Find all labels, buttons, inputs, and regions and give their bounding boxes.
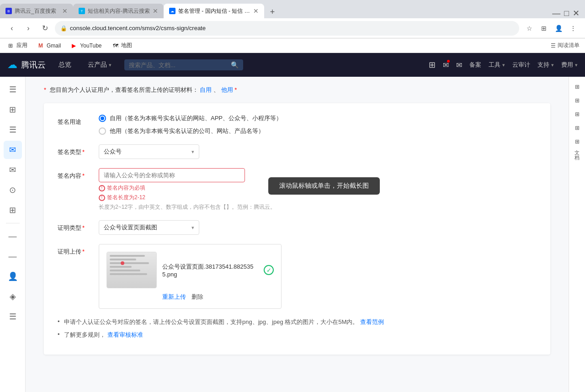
nav-products-chevron: ▾ bbox=[109, 62, 112, 68]
select-type[interactable]: 公众号 ▾ bbox=[99, 144, 199, 159]
sidebar-icon-grid[interactable]: ⊞ bbox=[4, 101, 22, 119]
notice-link-self[interactable]: 自用 bbox=[200, 86, 212, 93]
select-cert-chevron: ▾ bbox=[191, 225, 194, 231]
tab-cloud[interactable]: ☁ 签名管理 - 国内短信 - 短信 - 控制台 ✕ bbox=[164, 4, 264, 18]
error-required: ! 签名内容为必填 bbox=[99, 184, 537, 192]
forward-button[interactable]: › bbox=[22, 22, 35, 35]
refresh-button[interactable]: ↻ bbox=[38, 22, 51, 35]
bookmark-youtube[interactable]: ▶ YouTube bbox=[69, 42, 104, 50]
upload-delete-link[interactable]: 删除 bbox=[191, 293, 203, 301]
minimize-button[interactable]: — bbox=[552, 9, 560, 18]
upload-file-row: 公众号设置页面.38173541.8825355.png ✓ bbox=[106, 252, 274, 288]
upload-area: 公众号设置页面.38173541.8825355.png ✓ 重新上传 删除 bbox=[99, 244, 282, 309]
label-content: 签名内容 bbox=[58, 168, 99, 180]
notice-separator: 、 bbox=[213, 86, 219, 93]
notice-asterisk: * bbox=[44, 86, 46, 93]
bullet2-link[interactable]: 查看审核标准 bbox=[107, 331, 143, 338]
error-length: ! 签名长度为2-12 bbox=[99, 194, 537, 201]
error-icon-required: ! bbox=[99, 185, 105, 191]
sidebar-icon-minus1[interactable]: — bbox=[4, 227, 22, 245]
sidebar-icon-grid2[interactable]: ⊞ bbox=[4, 201, 22, 219]
sidebar-icon-user[interactable]: 👤 bbox=[4, 267, 22, 286]
thumbnail-lines bbox=[107, 252, 156, 288]
maximize-button[interactable]: □ bbox=[564, 9, 569, 18]
nav-support-chevron: ▾ bbox=[551, 62, 554, 68]
label-upload: 证明上传 bbox=[58, 244, 99, 256]
notice-text-before: 您目前为个人认证用户，查看签名所需上传的证明材料： bbox=[50, 86, 198, 93]
nav-tools[interactable]: 工具 ▾ bbox=[489, 61, 505, 69]
radio-self[interactable]: 自用（签名为本账号实名认证的网站、APP、公众号、小程序等） bbox=[99, 114, 537, 122]
nav-audit[interactable]: 云审计 bbox=[512, 61, 530, 69]
bookmark-maps[interactable]: 🗺 地图 bbox=[110, 41, 135, 50]
nav-icon-grid[interactable]: ⊞ bbox=[429, 60, 436, 70]
right-icon-4[interactable]: ⊞ bbox=[570, 122, 585, 134]
right-icon-6[interactable]: 文档 bbox=[570, 149, 585, 162]
error-icon-length: ! bbox=[99, 195, 105, 201]
bookmark-star-button[interactable]: ☆ bbox=[523, 22, 536, 35]
error-length-text: 签名长度为2-12 bbox=[107, 194, 145, 201]
right-icon-1[interactable]: ⊞ bbox=[570, 80, 585, 93]
nav-beian[interactable]: 备案 bbox=[469, 61, 481, 69]
nav-billing[interactable]: 费用 ▾ bbox=[561, 61, 578, 69]
reading-list-button[interactable]: ☰ 阅读清单 bbox=[551, 42, 580, 49]
address-bar[interactable]: 🔒 console.cloud.tencent.com/smsv2/csms-s… bbox=[55, 21, 519, 36]
sidebar-icon-mail2[interactable]: ✉ bbox=[4, 161, 22, 179]
sidebar-icon-layers[interactable]: ◈ bbox=[4, 287, 22, 306]
tab-close-baidu[interactable]: ✕ bbox=[62, 7, 68, 15]
nav-search-bar[interactable]: 🔍 bbox=[124, 59, 243, 70]
sidebar-icon-list[interactable]: ☰ bbox=[4, 121, 22, 139]
sidebar-icon-doc[interactable]: ☰ bbox=[4, 80, 22, 99]
nav-support[interactable]: 支持 ▾ bbox=[537, 61, 554, 69]
right-icon-2[interactable]: ⊞ bbox=[570, 94, 585, 107]
bookmark-apps[interactable]: ⊞ 应用 bbox=[5, 41, 30, 50]
label-cert-type: 证明类型 bbox=[58, 220, 99, 232]
bookmark-gmail-label: Gmail bbox=[47, 42, 61, 49]
upload-file-info: 公众号设置页面.38173541.8825355.png bbox=[162, 263, 258, 278]
nav-notifications[interactable]: ✉ bbox=[443, 61, 449, 69]
input-content[interactable] bbox=[99, 168, 245, 182]
profile-button[interactable]: 👤 bbox=[552, 22, 565, 35]
sidebar-icon-globe[interactable]: ⊙ bbox=[4, 181, 22, 199]
menu-button[interactable]: ⋮ bbox=[567, 22, 580, 35]
thumb-line6 bbox=[110, 273, 147, 275]
nav-billing-chevron: ▾ bbox=[575, 62, 578, 68]
right-icon-3[interactable]: ⊞ bbox=[570, 108, 585, 121]
back-button[interactable]: ‹ bbox=[5, 22, 18, 35]
bookmark-gmail[interactable]: M Gmail bbox=[36, 42, 64, 50]
form-row-type: 签名类型 公众号 ▾ bbox=[58, 144, 537, 159]
bookmark-youtube-label: YouTube bbox=[80, 42, 101, 49]
nav-search-input[interactable] bbox=[129, 62, 228, 69]
url-text: console.cloud.tencent.com/smsv2/csms-sig… bbox=[70, 25, 514, 32]
sidebar-icon-menu[interactable]: ☰ bbox=[4, 307, 22, 326]
upload-reupload-link[interactable]: 重新上传 bbox=[162, 293, 186, 301]
right-icon-5[interactable]: ⊞ bbox=[570, 135, 585, 148]
label-type: 签名类型 bbox=[58, 144, 99, 156]
nav-overview[interactable]: 总览 bbox=[55, 61, 75, 69]
bullet-list: 申请个人认证公众号对应的签名，请上传公众号设置页面截图，支持png、jpg、jp… bbox=[58, 318, 537, 339]
upload-actions: 重新上传 删除 bbox=[106, 293, 274, 301]
notification-badge bbox=[447, 60, 450, 63]
notice-text-after: * bbox=[234, 86, 237, 93]
radio-other[interactable]: 他用（签名为非本账号实名认证的公司、网站、产品名等） bbox=[99, 127, 537, 135]
select-cert-type[interactable]: 公众号设置页面截图 ▾ bbox=[99, 220, 199, 235]
tab-close-tencent[interactable]: ✕ bbox=[153, 7, 158, 15]
tab-tencent-search[interactable]: T 短信相关内容-腾讯云搜索 ✕ bbox=[73, 4, 164, 18]
select-cert-type-value: 公众号设置页面截图 bbox=[104, 223, 157, 232]
close-button[interactable]: ✕ bbox=[573, 8, 580, 18]
nav-products[interactable]: 云产品 ▾ bbox=[84, 61, 115, 69]
bullet1-link[interactable]: 查看范例 bbox=[360, 318, 384, 325]
radio-other-label: 他用（签名为非本账号实名认证的公司、网站、产品名等） bbox=[110, 127, 264, 135]
extensions-button[interactable]: ⊞ bbox=[537, 22, 550, 35]
new-tab-button[interactable]: + bbox=[266, 5, 279, 18]
sidebar-icon-minus2[interactable]: — bbox=[4, 247, 22, 265]
bullet-item-1: 申请个人认证公众号对应的签名，请上传公众号设置页面截图，支持png、jpg、jp… bbox=[58, 318, 537, 326]
nav-mail-icon[interactable]: ✉ bbox=[456, 61, 462, 69]
notice-link-other[interactable]: 他用 bbox=[221, 86, 233, 93]
top-nav: ☁ 腾讯云 总览 云产品 ▾ 🔍 ⊞ ✉ ✉ 备案 bbox=[0, 53, 585, 77]
tab-close-cloud[interactable]: ✕ bbox=[253, 7, 259, 15]
form-row-content: 签名内容 ! 签名内容为必填 ! 签名长度为2-12 长度为2~12 bbox=[58, 168, 537, 211]
select-type-chevron: ▾ bbox=[191, 149, 194, 155]
youtube-icon: ▶ bbox=[72, 42, 78, 49]
sidebar-icon-mail1[interactable]: ✉ bbox=[4, 141, 22, 159]
tab-baidu[interactable]: B 腾讯云_百度搜索 ✕ bbox=[0, 4, 73, 18]
